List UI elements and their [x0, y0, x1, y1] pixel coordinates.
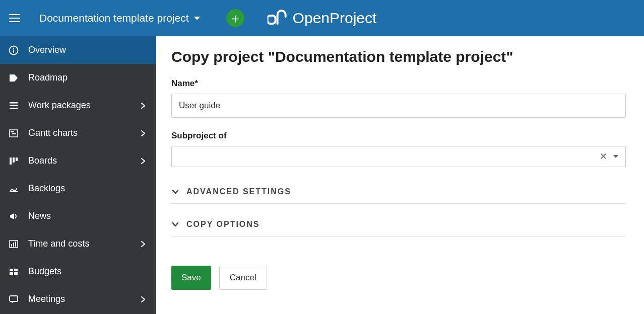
sidebar-item-label: Roadmap: [28, 72, 148, 83]
sidebar-item-meetings[interactable]: Meetings: [0, 285, 156, 313]
add-button[interactable]: ＋: [226, 9, 244, 27]
svg-rect-15: [11, 244, 12, 247]
chevron-down-icon: [171, 220, 179, 228]
sidebar-item-overview[interactable]: Overview: [0, 36, 156, 64]
top-bar: Documentation template project ＋ OpenPro…: [0, 0, 644, 36]
sidebar-item-news[interactable]: News: [0, 202, 156, 230]
svg-rect-0: [268, 16, 276, 24]
svg-rect-2: [13, 49, 14, 52]
tag-icon: [8, 72, 19, 84]
sidebar-item-label: Time and costs: [28, 239, 139, 249]
meetings-icon: [8, 294, 19, 305]
copy-options-toggle[interactable]: COPY OPTIONS: [171, 213, 626, 237]
hamburger-menu-icon[interactable]: [9, 12, 21, 24]
brand-logo: OpenProject: [268, 10, 377, 27]
svg-rect-10: [10, 158, 12, 165]
svg-rect-11: [13, 158, 15, 163]
chevron-right-icon: [139, 102, 148, 110]
dropdown-caret-icon[interactable]: [613, 155, 618, 158]
info-circle-icon: [8, 45, 19, 56]
subproject-label: Subproject of: [171, 131, 626, 141]
sidebar: OverviewRoadmapWork packagesGantt charts…: [0, 36, 156, 314]
chart-icon: [8, 239, 19, 250]
svg-rect-3: [13, 48, 14, 49]
advanced-settings-toggle[interactable]: ADVANCED SETTINGS: [171, 180, 626, 204]
svg-rect-17: [15, 242, 16, 247]
project-title-text: Documentation template project: [39, 12, 189, 24]
openproject-icon: [268, 10, 288, 27]
list-icon: [8, 100, 19, 111]
gantt-icon: [8, 128, 19, 139]
sidebar-item-backlogs[interactable]: Backlogs: [0, 175, 156, 202]
svg-rect-9: [12, 133, 16, 134]
sidebar-item-label: Work packages: [28, 100, 139, 111]
caret-down-icon: [194, 17, 200, 20]
clear-icon[interactable]: ✕: [596, 151, 611, 162]
svg-rect-20: [10, 272, 13, 275]
name-input[interactable]: [171, 94, 626, 118]
sidebar-item-label: Boards: [28, 155, 139, 166]
svg-rect-22: [10, 296, 18, 301]
megaphone-icon: [8, 211, 19, 222]
sidebar-item-roadmap[interactable]: Roadmap: [0, 64, 156, 92]
chevron-right-icon: [139, 295, 148, 303]
backlogs-icon: [8, 183, 19, 194]
sidebar-item-label: Overview: [28, 45, 148, 55]
svg-rect-16: [13, 243, 14, 247]
sidebar-item-time-and-costs[interactable]: Time and costs: [0, 230, 156, 258]
svg-rect-5: [10, 105, 18, 106]
chevron-down-icon: [171, 188, 179, 196]
name-label: Name*: [171, 78, 626, 89]
brand-text: OpenProject: [293, 10, 377, 27]
cancel-button[interactable]: Cancel: [219, 266, 267, 290]
sidebar-item-label: Backlogs: [28, 183, 148, 194]
svg-rect-19: [14, 269, 18, 271]
sidebar-item-gantt-charts[interactable]: Gantt charts: [0, 119, 156, 147]
sidebar-item-work-packages[interactable]: Work packages: [0, 92, 156, 119]
svg-rect-6: [10, 108, 18, 109]
subproject-select[interactable]: ✕: [171, 146, 626, 167]
sidebar-item-label: Meetings: [28, 294, 139, 304]
svg-rect-4: [10, 102, 18, 104]
svg-rect-21: [14, 272, 18, 275]
page-heading: Copy project "Documentation template pro…: [171, 48, 626, 65]
main-content: Copy project "Documentation template pro…: [156, 36, 644, 314]
sidebar-item-budgets[interactable]: Budgets: [0, 258, 156, 285]
sidebar-item-label: News: [28, 211, 148, 221]
svg-rect-18: [10, 269, 13, 271]
sidebar-item-label: Gantt charts: [28, 128, 139, 138]
plus-icon: ＋: [229, 12, 242, 25]
svg-rect-8: [11, 131, 14, 132]
advanced-settings-label: ADVANCED SETTINGS: [186, 187, 291, 196]
chevron-right-icon: [139, 157, 148, 165]
save-button[interactable]: Save: [171, 266, 211, 290]
chevron-right-icon: [139, 129, 148, 137]
boards-icon: [8, 155, 19, 167]
sidebar-item-boards[interactable]: Boards: [0, 147, 156, 175]
copy-options-label: COPY OPTIONS: [186, 220, 260, 229]
project-selector[interactable]: Documentation template project: [39, 12, 200, 24]
svg-rect-12: [16, 158, 18, 161]
svg-rect-13: [10, 191, 18, 192]
sidebar-item-label: Budgets: [28, 266, 148, 277]
budget-icon: [8, 266, 19, 277]
chevron-right-icon: [139, 240, 148, 248]
